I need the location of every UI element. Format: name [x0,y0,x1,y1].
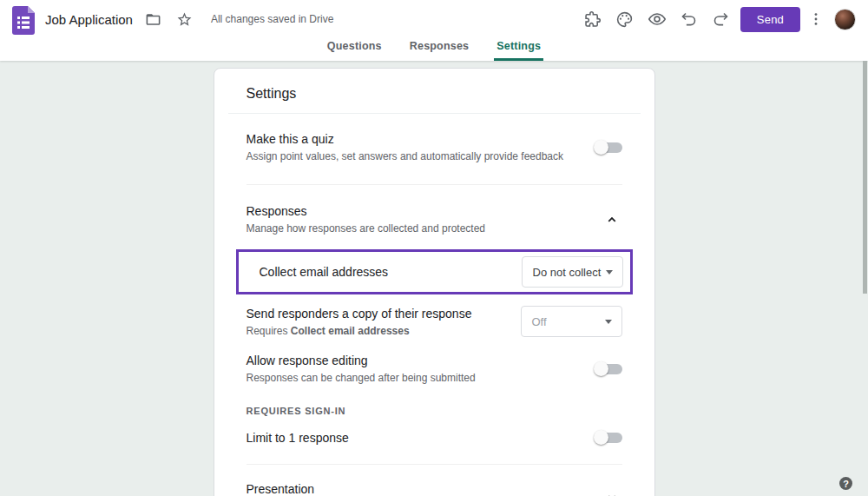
make-quiz-title: Make this a quiz [247,132,564,146]
google-forms-app: Job Application All changes saved in Dri… [0,0,868,496]
more-options-icon[interactable] [806,9,826,30]
help-button[interactable]: ? [839,477,852,490]
settings-heading: Settings [214,69,654,113]
star-icon[interactable] [174,9,195,30]
collect-email-dropdown[interactable]: Do not collect [522,256,623,288]
dropdown-arrow-icon [605,320,612,324]
header-actions [582,9,732,30]
preview-eye-icon[interactable] [647,9,667,30]
settings-card: Settings Make this a quiz Assign point v… [214,68,655,496]
dropdown-arrow-icon [606,270,613,274]
requires-sign-in-header: REQUIRES SIGN-IN [214,391,654,418]
scrollbar[interactable] [862,61,868,496]
limit-response-texts: Limit to 1 response [247,431,349,445]
send-copy-requires-note: Requires Collect email addresses [247,325,472,337]
responses-section-texts: Responses Manage how responses are colle… [247,204,486,235]
requires-bold: Collect email addresses [291,325,410,337]
chevron-down-icon[interactable] [602,487,622,496]
make-quiz-texts: Make this a quiz Assign point values, se… [247,132,564,162]
collect-email-value: Do not collect [533,266,602,279]
tab-settings[interactable]: Settings [494,38,543,61]
tab-bar: Questions Responses Settings [0,38,868,61]
undo-icon[interactable] [679,9,700,30]
requires-prefix: Requires [247,325,291,337]
account-avatar[interactable] [834,9,856,30]
make-quiz-description: Assign point values, set answers and aut… [247,150,564,162]
settings-page: Settings Make this a quiz Assign point v… [0,68,868,496]
response-editing-toggle[interactable] [594,361,622,377]
responses-section-header[interactable]: Responses Manage how responses are colle… [214,185,654,241]
toggle-knob [594,361,608,376]
tab-questions[interactable]: Questions [325,38,385,61]
header-top-row: Job Application All changes saved in Dri… [0,0,868,38]
toggle-knob [594,430,608,445]
response-editing-title: Allow response editing [247,354,476,367]
response-editing-row: Allow response editing Responses can be … [214,343,654,391]
toggle-knob [594,140,608,155]
forms-logo-icon[interactable] [12,6,35,35]
collect-email-label: Collect email addresses [260,265,389,279]
send-copy-texts: Send responders a copy of their response… [247,307,472,337]
chevron-up-icon[interactable] [602,209,622,230]
send-copy-row: Send responders a copy of their response… [214,300,654,343]
send-button[interactable]: Send [740,7,800,32]
make-quiz-toggle[interactable] [594,140,622,155]
scrollbar-thumb[interactable] [863,61,867,294]
collect-email-row-highlighted: Collect email addresses Do not collect [236,249,633,294]
send-copy-value: Off [532,315,547,328]
app-header: Job Application All changes saved in Dri… [0,0,868,61]
presentation-section-texts: Presentation Manage how the form and res… [247,482,486,496]
save-status: All changes saved in Drive [211,13,333,25]
responses-section-title: Responses [247,204,486,218]
make-quiz-row: Make this a quiz Assign point values, se… [214,114,654,184]
limit-response-toggle[interactable] [594,430,622,446]
responses-section-description: Manage how responses are collected and p… [247,222,486,235]
theme-palette-icon[interactable] [615,9,635,30]
help-glyph: ? [843,479,849,489]
move-folder-icon[interactable] [143,9,164,30]
redo-icon[interactable] [711,9,732,30]
limit-response-title: Limit to 1 response [247,431,349,445]
document-title[interactable]: Job Application [45,12,133,27]
tab-responses[interactable]: Responses [407,38,472,61]
send-copy-title: Send responders a copy of their response [247,307,472,321]
send-copy-dropdown[interactable]: Off [521,306,622,337]
response-editing-description: Responses can be changed after being sub… [247,372,476,384]
presentation-section-title: Presentation [247,482,486,496]
response-editing-texts: Allow response editing Responses can be … [247,354,476,384]
presentation-section-header[interactable]: Presentation Manage how the form and res… [214,465,654,496]
limit-response-row: Limit to 1 response [214,418,654,464]
addons-puzzle-icon[interactable] [582,9,603,30]
